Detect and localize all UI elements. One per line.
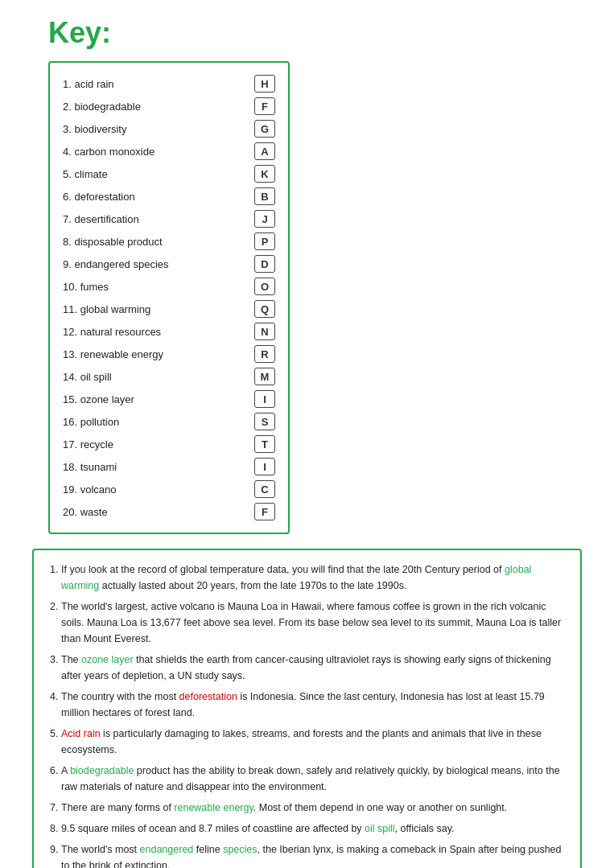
key-row: 19. volcanoC	[63, 478, 275, 500]
key-row: 3. biodiversityG	[63, 117, 275, 140]
sentence-text: , officials say.	[395, 823, 455, 834]
sentence-text: volcano	[180, 601, 215, 612]
sentence-text: deforestation	[179, 691, 237, 702]
sentence-text: Acid rain	[61, 728, 101, 739]
key-term: 20. waste	[63, 506, 108, 518]
key-term: 12. natural resources	[63, 326, 161, 338]
key-letter-box: F	[254, 503, 275, 520]
sentence-item: The ozone layer that shields the earth f…	[61, 652, 567, 684]
sentence-text: The country with the most	[61, 691, 179, 702]
sentence-text: species	[223, 844, 257, 855]
key-row: 20. wasteF	[63, 500, 275, 523]
sentence-text: feline	[193, 844, 223, 855]
sentence-item: A biodegradable product has the ability …	[61, 763, 567, 795]
sentence-text: actually lasted about 20 years, from the…	[99, 580, 406, 591]
sentence-item: The world's largest, active volcano is M…	[61, 599, 567, 647]
key-row: 16. pollutionS	[63, 410, 275, 433]
key-letter-box: K	[254, 165, 275, 183]
key-letter-box: N	[254, 323, 275, 340]
sentence-text: The	[61, 654, 81, 665]
sentence-item: There are many forms of renewable energy…	[61, 800, 567, 816]
key-letter-box: R	[254, 345, 275, 363]
sentence-text: is particularly damaging to lakes, strea…	[61, 728, 542, 755]
key-term: 8. disposable product	[63, 236, 163, 248]
key-letter-box: Q	[254, 300, 275, 318]
key-term: 17. recycle	[63, 438, 113, 450]
key-letter-box: I	[254, 390, 275, 408]
sentence-item: Acid rain is particularly damaging to la…	[61, 726, 567, 758]
key-letter-box: G	[254, 120, 275, 138]
sentence-text: 9.5 square miles of ocean and 8.7 miles …	[61, 823, 365, 834]
key-term: 9. endangered species	[63, 258, 169, 270]
key-letter-box: B	[254, 187, 275, 205]
sentence-text: There are many forms of	[61, 802, 174, 813]
sentence-text: . Most of them depend in one way or anot…	[253, 802, 507, 813]
key-row: 1. acid rainH	[63, 72, 275, 95]
key-letter-box: F	[254, 97, 275, 115]
sentence-text: oil spill	[365, 823, 395, 834]
key-row: 14. oil spillM	[63, 365, 275, 388]
sentence-text: product has the ability to break down, s…	[61, 765, 560, 792]
key-term: 10. fumes	[63, 281, 109, 293]
key-letter-box: O	[254, 278, 275, 295]
key-term: 11. global warming	[63, 303, 150, 315]
key-row: 18. tsunamiI	[63, 455, 275, 478]
sentence-text: that shields the earth from cancer-causi…	[61, 654, 551, 681]
sentence-item: If you look at the record of global temp…	[61, 562, 567, 594]
key-term: 14. oil spill	[63, 371, 112, 383]
key-row: 17. recycleT	[63, 433, 275, 455]
key-row: 8. disposable productP	[63, 230, 275, 253]
key-term: 4. carbon monoxide	[63, 146, 155, 158]
sentence-item: The world's most endangered feline speci…	[61, 841, 567, 868]
sentence-text: biodegradable	[70, 765, 134, 776]
key-row: 7. desertificationJ	[63, 208, 275, 230]
key-row: 2. biodegradableF	[63, 95, 275, 117]
key-row: 12. natural resourcesN	[63, 320, 275, 343]
key-row: 13. renewable energyR	[63, 343, 275, 365]
key-letter-box: C	[254, 480, 275, 498]
key-row: 15. ozone layerI	[63, 388, 275, 410]
sentence-text: The world's most	[61, 844, 140, 855]
sentence-text: endangered	[140, 844, 194, 855]
key-row: 9. endangered speciesD	[63, 253, 275, 275]
sentence-item: 9.5 square miles of ocean and 8.7 miles …	[61, 821, 567, 837]
key-letter-box: D	[254, 255, 275, 273]
key-term: 16. pollution	[63, 416, 119, 428]
key-row: 4. carbon monoxideA	[63, 140, 275, 162]
key-row: 6. deforestationB	[63, 185, 275, 208]
key-box: 1. acid rainH2. biodegradableF3. biodive…	[48, 61, 290, 534]
sentence-item: The country with the most deforestation …	[61, 689, 567, 721]
key-term: 18. tsunami	[63, 461, 117, 473]
key-letter-box: T	[254, 435, 275, 453]
sentence-list: If you look at the record of global temp…	[47, 562, 567, 868]
key-row: 11. global warmingQ	[63, 298, 275, 320]
key-term: 2. biodegradable	[63, 101, 141, 113]
key-term: 5. climate	[63, 168, 108, 180]
key-letter-box: S	[254, 413, 275, 430]
key-letter-box: P	[254, 232, 275, 250]
sentences-box: If you look at the record of global temp…	[32, 549, 582, 868]
sentence-text: ozone layer	[81, 654, 134, 665]
key-letter-box: J	[254, 210, 275, 228]
key-term: 13. renewable energy	[63, 348, 163, 360]
key-term: 1. acid rain	[63, 78, 114, 90]
key-term: 3. biodiversity	[63, 123, 126, 135]
key-row: 5. climateK	[63, 162, 275, 185]
sentence-text: renewable energy	[174, 802, 253, 813]
key-row: 10. fumesO	[63, 275, 275, 298]
key-term: 19. volcano	[63, 483, 117, 496]
sentence-text: The world's largest, active	[61, 601, 180, 612]
sentence-text: If you look at the record of global temp…	[61, 564, 505, 575]
key-term: 7. desertification	[63, 213, 139, 225]
key-letter-box: M	[254, 368, 275, 385]
page-title: Key:	[48, 16, 598, 50]
key-letter-box: H	[254, 75, 275, 93]
key-letter-box: I	[254, 458, 275, 475]
sentence-text: A	[61, 765, 70, 776]
key-letter-box: A	[254, 142, 275, 160]
key-term: 6. deforestation	[63, 191, 135, 203]
key-term: 15. ozone layer	[63, 393, 134, 405]
